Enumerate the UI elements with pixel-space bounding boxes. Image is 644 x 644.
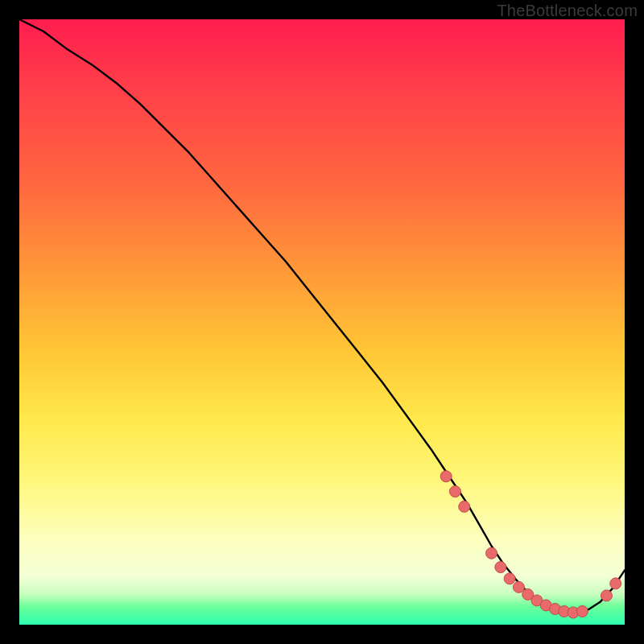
chart-frame: TheBottleneck.com	[0, 0, 644, 644]
curve-marker	[601, 590, 612, 601]
curve-marker	[459, 501, 470, 512]
curve-markers	[440, 471, 621, 618]
curve-layer	[19, 19, 625, 625]
watermark-text: TheBottleneck.com	[497, 2, 638, 20]
bottleneck-curve	[19, 19, 625, 613]
curve-marker	[576, 605, 588, 617]
curve-marker	[504, 573, 515, 584]
curve-marker	[513, 581, 524, 592]
curve-marker	[495, 562, 506, 573]
curve-marker	[610, 578, 621, 589]
curve-marker	[440, 471, 452, 482]
curve-marker	[486, 547, 497, 559]
plot-area	[19, 19, 625, 625]
curve-marker	[449, 486, 460, 497]
